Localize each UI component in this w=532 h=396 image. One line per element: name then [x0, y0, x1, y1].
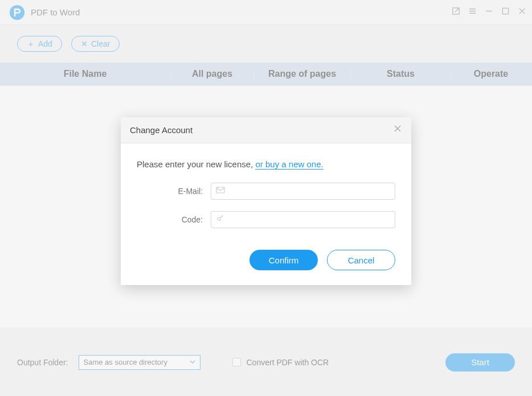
change-account-modal: Change Account Please enter your new lic…: [121, 117, 411, 285]
confirm-button[interactable]: Confirm: [249, 250, 318, 270]
license-prompt-prefix: Please enter your new license,: [137, 159, 255, 169]
svg-rect-11: [216, 187, 224, 193]
email-label: E-Mail:: [137, 187, 211, 196]
buy-license-link[interactable]: or buy a new one.: [255, 159, 323, 170]
email-field-wrap: [211, 183, 395, 200]
modal-body: Please enter your new license, or buy a …: [121, 143, 411, 285]
svg-point-12: [218, 217, 220, 220]
modal-header: Change Account: [121, 117, 411, 143]
svg-line-14: [222, 216, 223, 217]
email-field[interactable]: [230, 183, 390, 199]
code-field[interactable]: [230, 212, 390, 228]
code-row: Code:: [137, 211, 395, 228]
modal-title: Change Account: [130, 125, 193, 135]
modal-close-icon[interactable]: [393, 124, 402, 136]
email-row: E-Mail:: [137, 183, 395, 200]
cancel-button[interactable]: Cancel: [327, 250, 395, 270]
mail-icon: [216, 186, 225, 196]
license-prompt: Please enter your new license, or buy a …: [137, 159, 395, 169]
code-label: Code:: [137, 215, 211, 224]
modal-overlay: Change Account Please enter your new lic…: [0, 0, 532, 396]
code-field-wrap: [211, 211, 395, 228]
modal-actions: Confirm Cancel: [137, 250, 395, 270]
key-icon: [216, 214, 225, 225]
